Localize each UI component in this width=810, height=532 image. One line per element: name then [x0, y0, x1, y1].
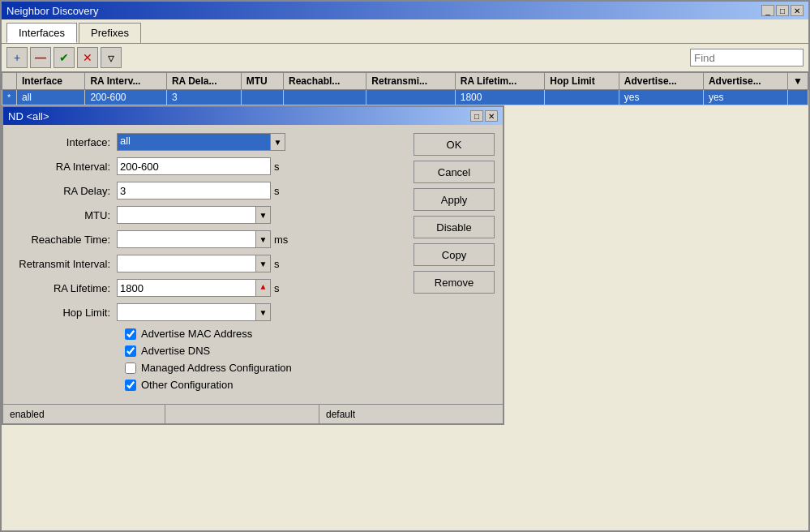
- retransmit-input[interactable]: [117, 255, 256, 272]
- data-table: Interface RA Interv... RA Dela... MTU Re…: [2, 72, 808, 105]
- col-retransmit[interactable]: Retransmi...: [366, 73, 455, 90]
- col-interface[interactable]: Interface: [17, 73, 85, 90]
- col-marker: [2, 73, 17, 90]
- title-bar: Neighbor Discovery _ □ ✕: [2, 2, 808, 19]
- restore-button[interactable]: □: [776, 5, 789, 16]
- nd-dialog: ND <all> □ ✕ Interface: all ▼: [2, 105, 504, 425]
- interface-row: Interface: all ▼: [11, 133, 404, 151]
- advertise-dns-checkbox[interactable]: [125, 345, 136, 357]
- cell-interface: all: [17, 90, 85, 105]
- ra-lifetime-label: RA Lifetime:: [11, 282, 117, 294]
- dialog-status-bar: enabled default: [3, 404, 503, 423]
- table-header-row: Interface RA Interv... RA Dela... MTU Re…: [2, 73, 808, 90]
- cell-advertise1: yes: [619, 90, 703, 105]
- table-row[interactable]: * all 200-600 3 1800 yes yes: [2, 90, 808, 105]
- mtu-field-group: ▼: [117, 206, 271, 224]
- col-ra-lifetime[interactable]: RA Lifetim...: [455, 73, 545, 90]
- title-bar-buttons: _ □ ✕: [761, 5, 804, 16]
- dialog-title-text: ND <all>: [8, 110, 49, 122]
- managed-address-row: Managed Address Configuration: [125, 362, 404, 374]
- minimize-button[interactable]: _: [761, 5, 774, 16]
- dialog-title-buttons: □ ✕: [470, 110, 498, 122]
- ra-interval-input[interactable]: [117, 157, 271, 175]
- hop-limit-input[interactable]: [117, 303, 256, 321]
- col-ra-interval[interactable]: RA Interv...: [85, 73, 166, 90]
- interface-select[interactable]: all: [117, 133, 271, 151]
- tab-interfaces[interactable]: Interfaces: [6, 23, 77, 43]
- cell-expand: [788, 90, 808, 105]
- table-container: Interface RA Interv... RA Dela... MTU Re…: [2, 72, 808, 105]
- reachable-input[interactable]: [117, 230, 256, 248]
- advertise-dns-row: Advertise DNS: [125, 345, 404, 357]
- advertise-mac-checkbox[interactable]: [125, 328, 136, 340]
- retransmit-label: Retransmit Interval:: [11, 258, 117, 270]
- filter-button[interactable]: ▿: [101, 47, 122, 68]
- add-button[interactable]: +: [6, 47, 28, 68]
- retransmit-unit: s: [274, 258, 280, 270]
- row-marker: *: [2, 90, 17, 105]
- status-section-1: enabled: [3, 405, 165, 423]
- tab-prefixes[interactable]: Prefixes: [79, 23, 141, 43]
- copy-button[interactable]: Copy: [414, 243, 495, 266]
- status-section-3: default: [319, 405, 503, 423]
- ra-interval-label: RA Interval:: [11, 161, 117, 173]
- ra-delay-row: RA Delay: s: [11, 182, 404, 200]
- cell-ra-lifetime: 1800: [455, 90, 545, 105]
- main-window: Neighbor Discovery _ □ ✕ Interfaces Pref…: [0, 0, 810, 532]
- mtu-input[interactable]: [117, 206, 256, 224]
- cell-hop-limit: [545, 90, 619, 105]
- cell-mtu: [241, 90, 283, 105]
- reachable-dropdown-arrow[interactable]: ▼: [256, 230, 271, 248]
- cell-ra-interval: 200-600: [85, 90, 166, 105]
- retransmit-dropdown-arrow[interactable]: ▼: [256, 255, 271, 272]
- mtu-dropdown-arrow[interactable]: ▼: [256, 206, 271, 224]
- status-section-2: [165, 405, 319, 423]
- col-mtu[interactable]: MTU: [241, 73, 283, 90]
- ra-interval-unit: s: [274, 161, 280, 173]
- other-config-row: Other Configuration: [125, 379, 404, 391]
- other-config-label: Other Configuration: [141, 379, 233, 391]
- cell-advertise2: yes: [703, 90, 787, 105]
- col-reachable[interactable]: Reachabl...: [284, 73, 366, 90]
- reachable-field-group: ▼: [117, 230, 271, 248]
- tabs-bar: Interfaces Prefixes: [2, 19, 808, 43]
- dialog-content: Interface: all ▼ RA Interval: s: [3, 125, 503, 404]
- reachable-label: Reachable Time:: [11, 234, 117, 246]
- close-button[interactable]: ✕: [791, 5, 804, 16]
- dialog-close-button[interactable]: ✕: [485, 110, 498, 122]
- other-config-checkbox[interactable]: [125, 380, 136, 391]
- check-button[interactable]: ✔: [54, 47, 75, 68]
- col-advertise2[interactable]: Advertise...: [703, 73, 787, 90]
- search-input[interactable]: [690, 49, 804, 66]
- managed-address-checkbox[interactable]: [125, 363, 136, 374]
- ra-delay-unit: s: [274, 185, 280, 197]
- advertise-dns-label: Advertise DNS: [141, 345, 210, 357]
- disable-button[interactable]: Disable: [414, 216, 495, 238]
- dialog-title-bar: ND <all> □ ✕: [3, 107, 503, 125]
- cell-retransmit: [366, 90, 455, 105]
- remove-button[interactable]: —: [30, 47, 51, 68]
- mtu-row: MTU: ▼: [11, 206, 404, 224]
- window-title: Neighbor Discovery: [6, 5, 98, 17]
- col-ra-delay[interactable]: RA Dela...: [166, 73, 241, 90]
- toolbar: + — ✔ ✕ ▿: [2, 43, 808, 72]
- col-expand[interactable]: ▼: [788, 73, 808, 90]
- interface-dropdown-arrow[interactable]: ▼: [271, 133, 285, 151]
- apply-button[interactable]: Apply: [414, 188, 495, 211]
- hop-limit-dropdown-arrow[interactable]: ▼: [256, 303, 271, 321]
- ra-lifetime-unit: s: [274, 282, 280, 294]
- col-hop-limit[interactable]: Hop Limit: [545, 73, 619, 90]
- dialog-minimize-button[interactable]: □: [470, 110, 483, 122]
- cell-reachable: [284, 90, 366, 105]
- remove-button[interactable]: Remove: [414, 271, 495, 294]
- col-advertise1[interactable]: Advertise...: [619, 73, 703, 90]
- retransmit-field-group: ▼: [117, 255, 271, 272]
- ok-button[interactable]: OK: [414, 133, 495, 156]
- cancel-button[interactable]: ✕: [77, 47, 98, 68]
- ra-lifetime-input[interactable]: [117, 279, 256, 297]
- cancel-button[interactable]: Cancel: [414, 161, 495, 183]
- mtu-label: MTU:: [11, 209, 117, 221]
- ra-lifetime-up-arrow[interactable]: ▼: [256, 279, 271, 297]
- ra-delay-input[interactable]: [117, 182, 271, 200]
- advertise-mac-label: Advertise MAC Address: [141, 328, 252, 340]
